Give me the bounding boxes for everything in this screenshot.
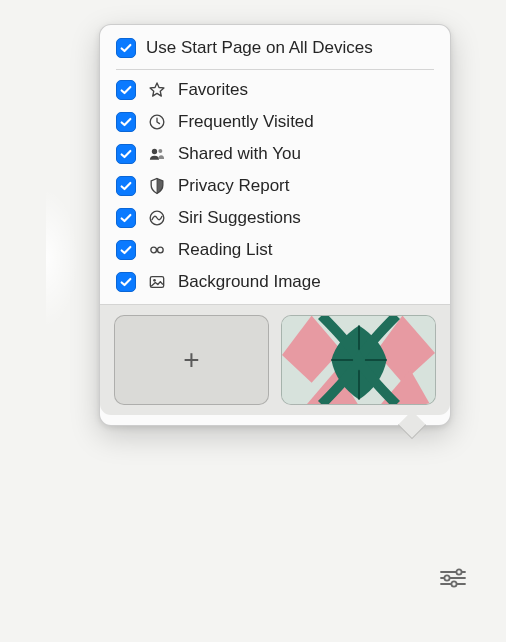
option-favorites[interactable]: Favorites xyxy=(100,74,450,106)
star-icon xyxy=(146,79,168,101)
svg-point-5 xyxy=(158,247,164,253)
check-icon xyxy=(119,83,133,97)
label-frequently-visited: Frequently Visited xyxy=(178,112,314,132)
option-siri-suggestions[interactable]: Siri Suggestions xyxy=(100,202,450,234)
option-shared-with-you[interactable]: Shared with You xyxy=(100,138,450,170)
checkbox-background-image[interactable] xyxy=(116,272,136,292)
svg-point-18 xyxy=(451,581,456,586)
check-icon xyxy=(119,147,133,161)
sliders-icon xyxy=(439,568,467,588)
svg-point-14 xyxy=(456,569,461,574)
window-bevel xyxy=(46,188,78,328)
background-tile-butterfly[interactable] xyxy=(281,315,436,405)
svg-point-4 xyxy=(151,247,157,253)
glasses-icon xyxy=(146,239,168,261)
check-icon xyxy=(119,275,133,289)
siri-icon xyxy=(146,207,168,229)
option-reading-list[interactable]: Reading List xyxy=(100,234,450,266)
checkbox-privacy-report[interactable] xyxy=(116,176,136,196)
checkbox-shared-with-you[interactable] xyxy=(116,144,136,164)
add-background-tile[interactable]: + xyxy=(114,315,269,405)
check-icon xyxy=(119,115,133,129)
people-icon xyxy=(146,143,168,165)
label-siri-suggestions: Siri Suggestions xyxy=(178,208,301,228)
option-privacy-report[interactable]: Privacy Report xyxy=(100,170,450,202)
svg-point-16 xyxy=(444,575,449,580)
check-icon xyxy=(119,179,133,193)
checkbox-siri-suggestions[interactable] xyxy=(116,208,136,228)
svg-point-1 xyxy=(152,149,157,154)
label-privacy-report: Privacy Report xyxy=(178,176,289,196)
check-icon xyxy=(119,41,133,55)
popover-arrow xyxy=(398,411,426,439)
label-favorites: Favorites xyxy=(178,80,248,100)
label-shared-with-you: Shared with You xyxy=(178,144,301,164)
svg-point-7 xyxy=(153,279,156,282)
checkbox-use-all-devices[interactable] xyxy=(116,38,136,58)
label-background-image: Background Image xyxy=(178,272,321,292)
divider xyxy=(116,69,434,70)
option-background-image[interactable]: Background Image xyxy=(100,266,450,298)
customize-start-page-button[interactable] xyxy=(435,560,471,596)
background-thumbnails: + xyxy=(100,304,450,415)
checkbox-favorites[interactable] xyxy=(116,80,136,100)
label-reading-list: Reading List xyxy=(178,240,273,260)
option-frequently-visited[interactable]: Frequently Visited xyxy=(100,106,450,138)
check-icon xyxy=(119,243,133,257)
checkbox-frequently-visited[interactable] xyxy=(116,112,136,132)
butterfly-thumbnail xyxy=(282,316,435,404)
image-icon xyxy=(146,271,168,293)
checkbox-reading-list[interactable] xyxy=(116,240,136,260)
check-icon xyxy=(119,211,133,225)
label-use-all-devices: Use Start Page on All Devices xyxy=(146,38,373,58)
svg-point-2 xyxy=(158,149,162,153)
shield-icon xyxy=(146,175,168,197)
plus-icon: + xyxy=(183,344,199,376)
clock-icon xyxy=(146,111,168,133)
option-use-all-devices[interactable]: Use Start Page on All Devices xyxy=(100,33,450,63)
start-page-customize-popover: Use Start Page on All Devices Favorites … xyxy=(99,24,451,426)
